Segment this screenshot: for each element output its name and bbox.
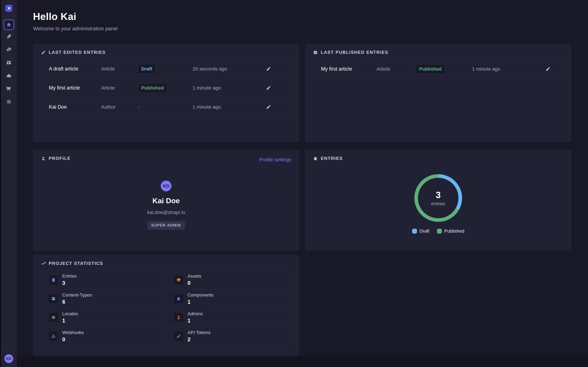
- sidebar-item-cloud[interactable]: [1, 69, 17, 82]
- entry-time: 20 seconds ago: [193, 66, 263, 72]
- entries-donut-chart: 3 entries: [414, 174, 462, 222]
- last-edited-table: A draft article Article Draft 20 seconds…: [41, 59, 291, 117]
- stat-locales: Locales1: [41, 308, 166, 327]
- cart-icon: [6, 86, 12, 92]
- person-icon: [41, 156, 46, 161]
- last-published-entries-title: LAST PUBLISHED ENTRIES: [313, 50, 563, 55]
- last-edited-entries-card: LAST EDITED ENTRIES A draft article Arti…: [33, 44, 299, 142]
- entry-time: 1 minute ago: [193, 85, 263, 91]
- page-header: Hello Kai Welcome to your administration…: [33, 11, 118, 32]
- strapi-logo-icon: [7, 6, 11, 10]
- table-row[interactable]: A draft article Article Draft 20 seconds…: [41, 59, 291, 78]
- home-icon: [6, 22, 11, 27]
- table-row[interactable]: Kai Doe Author - 1 minute ago: [41, 97, 291, 117]
- profile-body: KD Kai Doe kai.doe@strapi.io SUPER ADMIN: [33, 181, 299, 230]
- last-edited-entries-title: LAST EDITED ENTRIES: [41, 50, 291, 55]
- profile-title: PROFILE: [41, 156, 291, 161]
- trend-up-icon: [41, 261, 46, 266]
- profile-email: kai.doe@strapi.io: [147, 210, 185, 215]
- stat-content-types: Content-Types6: [41, 289, 166, 308]
- entry-name: My first article: [321, 66, 376, 72]
- stat-api-tokens: API Tokens2: [166, 327, 291, 345]
- profile-name: Kai Doe: [152, 197, 180, 205]
- table-row[interactable]: My first article Article Published 1 min…: [41, 78, 291, 97]
- last-published-entries-card: LAST PUBLISHED ENTRIES My first article …: [305, 44, 571, 142]
- sidebar-item-marketplace[interactable]: [1, 82, 17, 95]
- stat-assets: Assets0: [166, 270, 291, 289]
- entry-type: Article: [376, 66, 416, 72]
- edit-entry-button[interactable]: [542, 67, 554, 71]
- layout-icon: [6, 60, 12, 66]
- project-statistics-card: PROJECT STATISTICS Entries3 Assets0: [33, 255, 299, 356]
- entry-type: Article: [101, 85, 138, 91]
- sidebar-user-section: KD: [1, 350, 17, 367]
- legend-item-published: Published: [437, 228, 464, 234]
- sidebar: KD: [1, 0, 17, 367]
- profile-card: PROFILE Profile settings KD Kai Doe kai.…: [33, 150, 299, 251]
- stats-table: Entries3 Assets0 Content-Types6: [41, 270, 291, 346]
- picture-icon: [174, 275, 183, 284]
- admin-person-icon: [174, 313, 183, 322]
- published-swatch: [437, 229, 442, 234]
- table-row[interactable]: My first article Article Published 1 min…: [313, 59, 563, 79]
- strapi-logo[interactable]: [5, 5, 12, 12]
- page-bottom-band: [17, 357, 588, 367]
- stat-webhooks: Webhooks0: [41, 327, 166, 345]
- stat-entries: Entries3: [41, 270, 166, 289]
- last-published-table: My first article Article Published 1 min…: [313, 59, 563, 79]
- gear-icon: [6, 99, 12, 105]
- webhook-icon: [49, 332, 58, 341]
- profile-settings-link[interactable]: Profile settings: [259, 157, 291, 162]
- entry-name: A draft article: [49, 66, 101, 72]
- entry-type: Author: [101, 104, 138, 110]
- sidebar-nav: [1, 17, 17, 108]
- status-badge: Published: [416, 64, 445, 74]
- cloud-icon: [6, 73, 12, 79]
- images-icon: [6, 47, 12, 52]
- profile-role-badge: SUPER ADMIN: [147, 221, 185, 230]
- key-icon: [174, 332, 183, 341]
- entry-time: 1 minute ago: [472, 66, 542, 72]
- edit-entry-button[interactable]: [263, 85, 274, 90]
- edit-entry-button[interactable]: [263, 67, 274, 71]
- chart-legend: Draft Published: [305, 228, 571, 234]
- sidebar-logo-section: [1, 0, 17, 17]
- entry-name: Kai Doe: [49, 104, 101, 110]
- legend-item-draft: Draft: [412, 228, 429, 234]
- puzzle-icon: [313, 156, 318, 161]
- entries-title: ENTRIES: [313, 156, 563, 161]
- main-content: Hello Kai Welcome to your administration…: [17, 0, 588, 367]
- pencil-icon: [41, 50, 46, 55]
- sidebar-item-media-library[interactable]: [1, 43, 17, 56]
- globe-icon: [49, 313, 58, 322]
- sidebar-item-content-manager[interactable]: [1, 30, 17, 43]
- feather-icon: [6, 33, 12, 40]
- stat-admins: Admins1: [166, 308, 291, 327]
- edit-entry-button[interactable]: [263, 105, 274, 109]
- layout-icon: [49, 294, 58, 303]
- stat-components: Components1: [166, 289, 291, 308]
- sidebar-item-home[interactable]: [4, 20, 14, 30]
- puzzle-icon: [174, 294, 183, 303]
- entry-name: My first article: [49, 85, 101, 91]
- project-statistics-title: PROJECT STATISTICS: [41, 261, 291, 266]
- entry-time: 1 minute ago: [193, 104, 263, 110]
- status-badge: -: [138, 104, 139, 110]
- sidebar-user-avatar[interactable]: KD: [4, 354, 13, 363]
- entries-card: ENTRIES 3 entries Draft: [305, 150, 571, 251]
- sidebar-item-content-type-builder[interactable]: [1, 56, 17, 69]
- check-circle-icon: [313, 50, 318, 55]
- donut-center: 3 entries: [414, 174, 462, 222]
- entries-count-label: entries: [431, 201, 445, 207]
- strapi-admin-dashboard: KD Hello Kai Welcome to your administrat…: [0, 0, 588, 367]
- entries-count: 3: [436, 190, 441, 200]
- status-badge: Published: [138, 83, 167, 93]
- page-subtitle: Welcome to your administration panel: [33, 26, 118, 32]
- page-title: Hello Kai: [33, 11, 118, 22]
- status-badge: Draft: [138, 64, 156, 74]
- avatar: KD: [161, 181, 172, 191]
- sidebar-item-settings[interactable]: [1, 95, 17, 108]
- file-icon: [49, 275, 58, 284]
- entry-type: Article: [101, 66, 138, 72]
- draft-swatch: [412, 229, 417, 234]
